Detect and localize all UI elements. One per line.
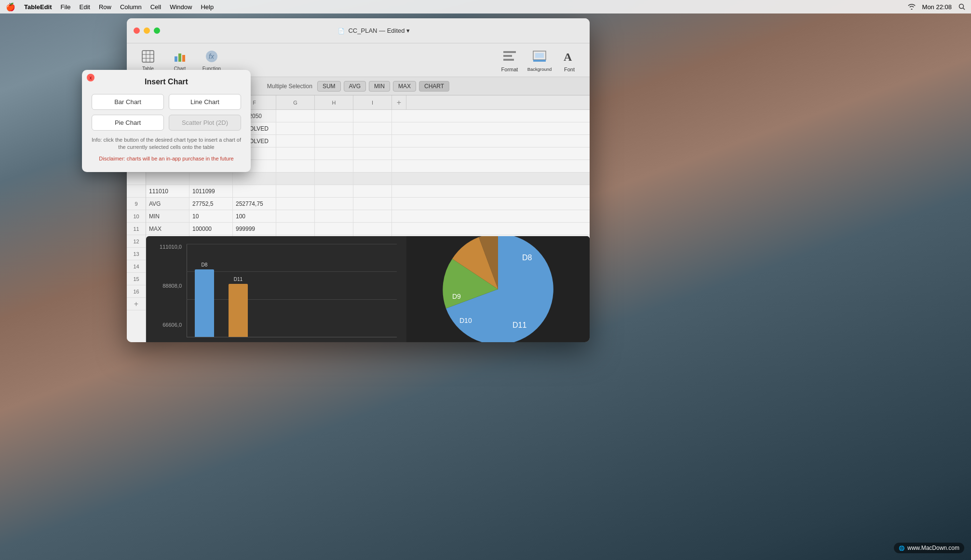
cell-blank5[interactable] — [315, 173, 353, 185]
svg-text:fx: fx — [209, 53, 215, 60]
svg-rect-16 — [533, 60, 546, 62]
bar-d11-label: D11 — [234, 277, 243, 282]
menubar-edit[interactable]: Edit — [80, 3, 90, 11]
cell-i-sub[interactable] — [353, 110, 392, 122]
cell-blank4[interactable] — [276, 173, 315, 185]
cell-i10[interactable] — [353, 147, 392, 160]
toolbar-background-label: Background — [527, 67, 552, 72]
cell-h10[interactable] — [315, 147, 353, 160]
cell-h-sub[interactable] — [315, 110, 353, 122]
row-num-add[interactable]: + — [127, 298, 146, 310]
cell-sum-e[interactable]: 1011099 — [189, 185, 233, 197]
row-num-12: 12 — [127, 235, 146, 248]
cell-avg-d[interactable]: 27752,5 — [189, 198, 233, 210]
row-max: MAX 100000 999999 — [146, 223, 590, 235]
row-num-10b: 10 — [127, 210, 146, 223]
cell-min-h[interactable] — [315, 210, 353, 222]
cell-sum-h[interactable] — [315, 185, 353, 197]
search-icon[interactable] — [958, 3, 965, 10]
selection-label: Multiple Selection — [267, 83, 312, 90]
line-chart-button[interactable]: Line Chart — [169, 94, 241, 110]
cell-max-h[interactable] — [315, 223, 353, 235]
cell-avg-label: AVG — [146, 198, 189, 210]
cell-min-i[interactable] — [353, 210, 392, 222]
minimize-button[interactable] — [144, 27, 150, 34]
svg-point-0 — [959, 4, 964, 9]
cell-blank1[interactable] — [146, 173, 189, 185]
row-num-11b: 11 — [127, 223, 146, 235]
toolbar-background-button[interactable]: Background — [527, 48, 552, 72]
pie-label-d8: D8 — [522, 253, 532, 262]
cell-min-d[interactable]: 10 — [189, 210, 233, 222]
cell-h8[interactable] — [315, 122, 353, 134]
cell-sum-f[interactable] — [233, 185, 276, 197]
cell-max-e[interactable]: 999999 — [233, 223, 276, 235]
cell-sum-i[interactable] — [353, 185, 392, 197]
cell-avg-e[interactable]: 252774,75 — [233, 198, 276, 210]
svg-rect-13 — [503, 55, 512, 57]
cell-max-i[interactable] — [353, 223, 392, 235]
bar-d8 — [195, 269, 214, 337]
cell-avg-g[interactable] — [276, 198, 315, 210]
menubar-row[interactable]: Row — [99, 3, 111, 11]
cell-min-e[interactable]: 100 — [233, 210, 276, 222]
svg-rect-14 — [503, 59, 514, 61]
max-button[interactable]: MAX — [393, 81, 416, 92]
cell-max-label: MAX — [146, 223, 189, 235]
function-icon: fx — [204, 49, 219, 64]
svg-rect-9 — [182, 55, 185, 62]
cell-g-sub[interactable] — [276, 110, 315, 122]
cell-blank3[interactable] — [233, 173, 276, 185]
menubar-file[interactable]: File — [61, 3, 71, 11]
pie-chart-button[interactable]: Pie Chart — [92, 115, 164, 131]
toolbar-format-button[interactable]: Format — [497, 48, 522, 72]
bar-chart-button[interactable]: Bar Chart — [92, 94, 164, 110]
dialog-info: Info: click the button of the desired ch… — [92, 136, 241, 151]
toolbar-font-button[interactable]: A Font — [557, 48, 582, 72]
cell-g10[interactable] — [276, 147, 315, 160]
cell-max-d[interactable]: 100000 — [189, 223, 233, 235]
min-button[interactable]: MIN — [369, 81, 390, 92]
cell-h9[interactable] — [315, 135, 353, 147]
cell-max-g[interactable] — [276, 223, 315, 235]
menubar-cell[interactable]: Cell — [150, 3, 161, 11]
chart-overlay: 111010,0 88808,0 66606,0 — [146, 236, 590, 342]
avg-button[interactable]: AVG — [344, 81, 366, 92]
close-button[interactable] — [134, 27, 140, 34]
row-min: MIN 10 100 — [146, 210, 590, 223]
add-column-button[interactable]: + — [392, 95, 406, 109]
cell-i11[interactable] — [353, 160, 392, 172]
chart-button[interactable]: CHART — [419, 81, 449, 92]
row-avg: AVG 27752,5 252774,75 — [146, 198, 590, 210]
cell-i9[interactable] — [353, 135, 392, 147]
row-blank — [146, 173, 590, 185]
dialog-close-button[interactable]: x — [87, 74, 94, 81]
menubar-column[interactable]: Column — [120, 3, 142, 11]
cell-avg-i[interactable] — [353, 198, 392, 210]
pie-label-d10: D10 — [459, 317, 472, 324]
cell-g8[interactable] — [276, 122, 315, 134]
cell-min-g[interactable] — [276, 210, 315, 222]
y-label-bot: 66606,0 — [156, 322, 182, 328]
row-num-14: 14 — [127, 260, 146, 273]
cell-g9[interactable] — [276, 135, 315, 147]
cell-blank6[interactable] — [353, 173, 392, 185]
svg-rect-2 — [142, 51, 154, 62]
cell-i8[interactable] — [353, 122, 392, 134]
menubar-app[interactable]: TableEdit — [24, 3, 52, 11]
menubar-help[interactable]: Help — [201, 3, 214, 11]
cell-sum-d[interactable]: 111010 — [146, 185, 189, 197]
col-header-h: H — [315, 95, 353, 109]
cell-blank2[interactable] — [189, 173, 233, 185]
cell-g11[interactable] — [276, 160, 315, 172]
toolbar-font-label: Font — [564, 67, 575, 72]
menubar-window[interactable]: Window — [170, 3, 192, 11]
cell-avg-h[interactable] — [315, 198, 353, 210]
apple-menu[interactable]: 🍎 — [6, 2, 15, 12]
cell-sum-g[interactable] — [276, 185, 315, 197]
cell-h11[interactable] — [315, 160, 353, 172]
bar-d11 — [229, 284, 248, 337]
scatter-plot-button[interactable]: Scatter Plot (2D) — [169, 115, 241, 131]
fullscreen-button[interactable] — [154, 27, 160, 34]
sum-button[interactable]: SUM — [317, 81, 341, 92]
